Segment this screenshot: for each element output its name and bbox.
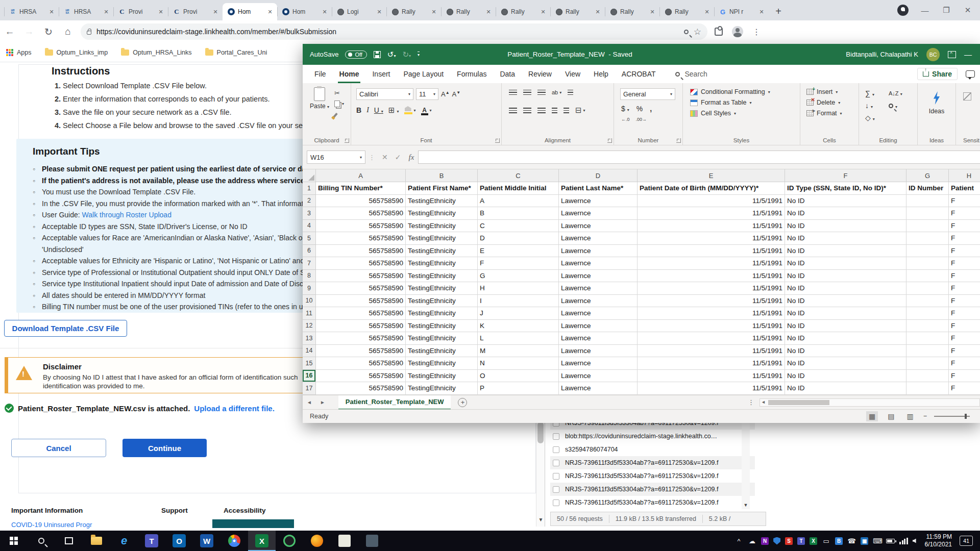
tab-close-icon[interactable]: ✕ (703, 8, 711, 16)
cell-D2[interactable]: Lawernce (559, 195, 638, 208)
row-header-15[interactable]: 15 (303, 357, 316, 370)
font-color-button[interactable]: A▾ (421, 107, 432, 114)
cell-C10[interactable]: I (478, 295, 559, 308)
column-header-D[interactable]: D (559, 169, 638, 182)
share-button[interactable]: Share (917, 68, 958, 80)
shrink-font-button[interactable]: A▼ (452, 90, 461, 98)
fill-color-button[interactable]: ▾ (404, 106, 416, 114)
tab-close-icon[interactable]: ✕ (102, 8, 110, 16)
confirm-entry-icon[interactable]: ✓ (395, 153, 401, 161)
orientation-button[interactable]: ab▾ (552, 89, 561, 95)
cell-A17[interactable]: 565758590 (316, 382, 406, 395)
footer-covid-link[interactable]: COVID-19 Uninsured Progr (11, 521, 92, 529)
column-header-G[interactable]: G (906, 169, 949, 182)
browser-tab-2[interactable]: HRSAHRSA✕ (59, 3, 113, 20)
cell-H17[interactable]: F (949, 382, 980, 395)
network-request-row-4[interactable]: NRJS-739611f3d5f53304ab7?a=691172530&v=1… (550, 456, 755, 469)
cells-delete-button[interactable]: ✕Delete▾ (806, 99, 859, 106)
cell-G9[interactable] (906, 282, 949, 295)
cell-E3[interactable]: 11/5/1991 (638, 207, 785, 220)
cell-E16[interactable]: 11/5/1991 (638, 370, 785, 383)
font-name-select[interactable]: Calibri▾ (356, 88, 413, 100)
cell-A14[interactable]: 565758590 (316, 345, 406, 358)
cell-C12[interactable]: K (478, 320, 559, 333)
cell-B12[interactable]: TestingEthnicity (406, 320, 478, 333)
network-request-row-5[interactable]: NRJS-739611f3d5f53304ab7?a=691172530&v=1… (550, 469, 755, 483)
increase-decimal-button[interactable]: ←.0 (621, 117, 630, 122)
cell-C9[interactable]: H (478, 282, 559, 295)
cell-D11[interactable]: Lawernce (559, 307, 638, 320)
cell-A8[interactable]: 565758590 (316, 270, 406, 283)
app-icon[interactable] (358, 531, 386, 551)
download-template-button[interactable]: Download Template .CSV File (4, 320, 127, 337)
underline-button[interactable]: U ▾ (374, 106, 383, 114)
cell-G4[interactable] (906, 220, 949, 233)
ribbon-tab-data[interactable]: Data (493, 65, 522, 83)
row-header-3[interactable]: 3 (303, 207, 316, 220)
cell-H3[interactable]: F (949, 207, 980, 220)
zoom-thumb[interactable] (965, 414, 967, 419)
tab-close-icon[interactable]: ✕ (648, 8, 656, 16)
cell-F7[interactable]: No ID (785, 257, 906, 270)
cell-A1[interactable]: Billing TIN Number* (316, 182, 406, 195)
cell-C11[interactable]: J (478, 307, 559, 320)
forward-icon[interactable]: → (19, 26, 39, 37)
cell-F9[interactable]: No ID (785, 282, 906, 295)
browser-tab-9[interactable]: Rally✕ (441, 3, 496, 20)
battery-icon[interactable] (886, 539, 895, 543)
bold-button[interactable]: B (356, 106, 361, 114)
network-list-scrollbar[interactable]: ▼ (742, 416, 750, 509)
cell-A15[interactable]: 565758590 (316, 357, 406, 370)
cell-B16[interactable]: TestingEthnicity (406, 370, 478, 383)
cell-B10[interactable]: TestingEthnicity (406, 295, 478, 308)
cell-H14[interactable]: F (949, 345, 980, 358)
cell-H13[interactable]: F (949, 332, 980, 345)
align-left-button[interactable] (509, 108, 517, 113)
request-checkbox[interactable] (553, 433, 559, 440)
cell-A7[interactable]: 565758590 (316, 257, 406, 270)
column-header-A[interactable]: A (316, 169, 406, 182)
window-maximize-button[interactable]: ❐ (941, 6, 951, 15)
tab-close-icon[interactable]: ✕ (594, 8, 602, 16)
action-center-badge[interactable]: 41 (960, 536, 973, 546)
row-header-12[interactable]: 12 (303, 320, 316, 333)
tab-close-icon[interactable]: ✕ (375, 8, 383, 16)
browser-menu-icon[interactable]: ⋮ (752, 27, 761, 37)
cell-E8[interactable]: 11/5/1991 (638, 270, 785, 283)
cell-B13[interactable]: TestingEthnicity (406, 332, 478, 345)
cell-E9[interactable]: 11/5/1991 (638, 282, 785, 295)
cell-H11[interactable]: F (949, 307, 980, 320)
row-header-14[interactable]: 14 (303, 345, 316, 358)
row-header-2[interactable]: 2 (303, 195, 316, 208)
firefox-icon[interactable] (303, 531, 331, 551)
request-checkbox[interactable] (553, 499, 559, 506)
home-icon[interactable]: ⌂ (58, 26, 78, 37)
cell-G5[interactable] (906, 232, 949, 245)
tab-close-icon[interactable]: ✕ (757, 8, 766, 16)
app-blue-icon[interactable]: ▣ (861, 537, 868, 545)
tab-close-icon[interactable]: ✕ (157, 8, 165, 16)
number-format-select[interactable]: General▾ (620, 88, 675, 100)
display-icon[interactable]: ▭ (822, 537, 830, 545)
cell-A6[interactable]: 565758590 (316, 245, 406, 258)
cell-G6[interactable] (906, 245, 949, 258)
excel-tray-icon[interactable]: X (810, 537, 817, 545)
browser-tab-7[interactable]: Logi✕ (332, 3, 386, 20)
zoom-icon[interactable] (684, 30, 689, 34)
formula-input[interactable] (418, 151, 980, 164)
row-header-7[interactable]: 7 (303, 257, 316, 270)
copy-button[interactable]: ▾ (334, 101, 344, 107)
new-sheet-icon[interactable]: + (458, 398, 467, 407)
sheet-next-icon[interactable]: ► (316, 399, 329, 405)
word-icon[interactable]: W (193, 531, 220, 551)
cell-D5[interactable]: Lawernce (559, 232, 638, 245)
cell-D12[interactable]: Lawernce (559, 320, 638, 333)
align-top-button[interactable] (509, 90, 517, 95)
keyboard-icon[interactable]: ⌨ (873, 537, 881, 545)
cell-B9[interactable]: TestingEthnicity (406, 282, 478, 295)
cell-A10[interactable]: 565758590 (316, 295, 406, 308)
tab-close-icon[interactable]: ✕ (484, 8, 493, 16)
cell-E6[interactable]: 11/5/1991 (638, 245, 785, 258)
request-checkbox[interactable] (553, 486, 559, 493)
request-checkbox[interactable] (553, 460, 559, 466)
